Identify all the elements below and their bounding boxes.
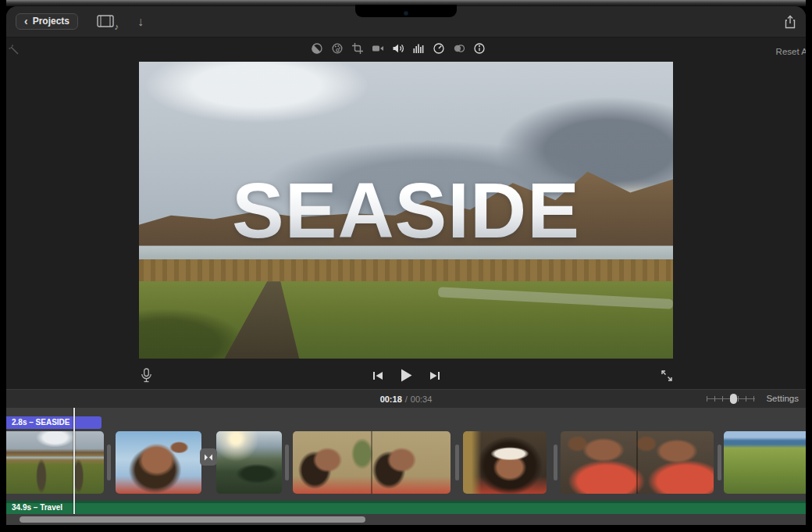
slider-thumb[interactable] (730, 394, 737, 404)
color-correction-icon[interactable] (331, 42, 344, 55)
magic-wand-icon[interactable] (8, 44, 23, 59)
preview-grass (139, 281, 673, 359)
transition-icon[interactable] (200, 448, 217, 466)
macbook-screen: ‹ Projects ♪ ↓ (0, 0, 812, 532)
projects-back-label: Projects (33, 16, 69, 27)
clip-info-icon[interactable] (473, 42, 486, 55)
clip-person-braids-indoor[interactable] (293, 431, 451, 494)
clip-grassy-field[interactable] (6, 431, 104, 494)
fullscreen-icon[interactable] (661, 370, 673, 382)
preview-marsh (139, 259, 673, 283)
stabilization-icon[interactable] (372, 42, 384, 55)
clip-gap-handle (455, 445, 459, 480)
timeline-clips-row (6, 431, 806, 494)
audio-clip-label: 34.9s – Travel (12, 503, 62, 512)
clip-gap-handle (107, 445, 111, 480)
title-clip[interactable]: 2.8s – SEASIDE (6, 416, 102, 429)
clip-person-red-shirt[interactable] (561, 431, 714, 494)
clip-adjustments-toolbar (311, 42, 486, 55)
clip-gap-handle (285, 445, 289, 480)
bezel-right (806, 0, 812, 532)
frame-seam (561, 431, 714, 494)
viewer-pane: Reset All SEASIDE (6, 37, 806, 389)
color-balance-icon[interactable] (311, 42, 323, 55)
clip-gap-handle (718, 445, 721, 480)
total-duration: 00:34 (411, 395, 433, 404)
clip-person-sunglasses[interactable] (463, 431, 547, 494)
title-overlay-text: SEASIDE (139, 171, 673, 249)
title-clip-label: 2.8s – SEASIDE (12, 418, 69, 427)
timecode-separator: / (405, 395, 408, 404)
previous-frame-icon[interactable] (372, 371, 383, 380)
timeline-pane: 2.8s – SEASIDE (6, 408, 806, 525)
chevron-left-icon: ‹ (24, 16, 28, 26)
imovie-window: ‹ Projects ♪ ↓ (6, 6, 806, 525)
crop-icon[interactable] (351, 42, 364, 55)
camera-dot (404, 11, 408, 16)
clip-filter-icon[interactable] (453, 42, 465, 55)
share-icon[interactable] (784, 15, 796, 29)
bezel-left (0, 0, 6, 532)
reset-all-button[interactable]: Reset All (776, 47, 806, 56)
timecode-bar: 00:18 / 00:34 Settings (6, 389, 806, 408)
music-note-icon: ♪ (115, 22, 119, 31)
horizontal-scrollbar[interactable] (20, 516, 365, 523)
clip-person-locs[interactable] (116, 431, 201, 494)
noise-reduction-icon[interactable] (412, 42, 425, 55)
clip-rocky-shore[interactable] (216, 431, 282, 494)
playhead[interactable] (73, 408, 75, 514)
media-browser-icon[interactable]: ♪ (97, 15, 117, 29)
timeline-zoom-slider[interactable] (707, 394, 755, 404)
video-preview: SEASIDE (139, 62, 673, 359)
speed-icon[interactable] (433, 42, 445, 55)
frame-seam (293, 431, 451, 494)
bezel-bottom (0, 525, 812, 532)
clip-mossy-hill[interactable] (724, 431, 806, 494)
clip-gap-handle (554, 445, 557, 480)
camera-notch (355, 5, 457, 17)
settings-button[interactable]: Settings (766, 394, 799, 403)
import-arrow-icon[interactable]: ↓ (137, 16, 144, 27)
volume-icon[interactable] (392, 42, 404, 55)
transport-controls (6, 369, 806, 382)
audio-clip[interactable]: 34.9s – Travel (6, 501, 806, 514)
projects-back-button[interactable]: ‹ Projects (16, 13, 78, 30)
next-frame-icon[interactable] (429, 371, 440, 380)
play-icon[interactable] (401, 369, 412, 382)
current-timecode: 00:18 (380, 395, 402, 404)
